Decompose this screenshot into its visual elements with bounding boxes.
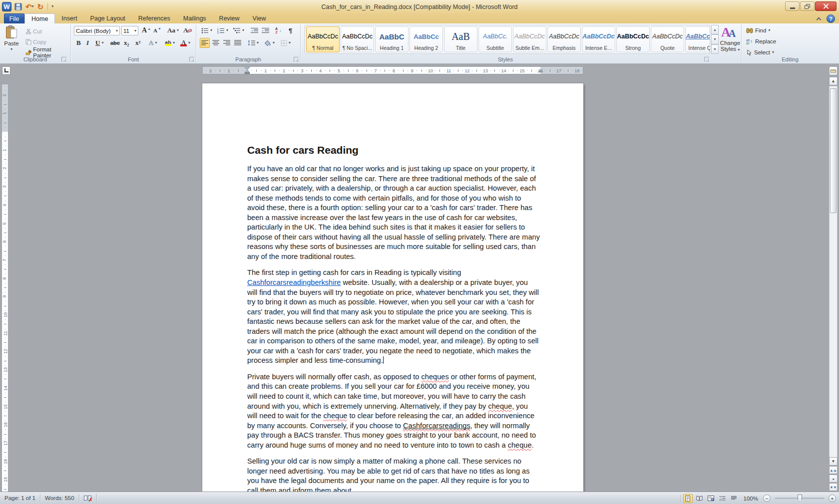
- multilevel-list-button[interactable]: ▾: [232, 25, 246, 35]
- paragraph-dialog-launcher[interactable]: [294, 57, 299, 62]
- zoom-in-button[interactable]: +: [829, 495, 836, 502]
- paragraph[interactable]: Selling your old car is now simply a mat…: [247, 457, 540, 492]
- style-intenseE[interactable]: AaBbCcDcIntense E...: [582, 26, 615, 52]
- shading-button[interactable]: ▾: [263, 38, 276, 48]
- font-dialog-launcher[interactable]: [189, 57, 194, 62]
- hyperlink[interactable]: Cashforcarsreadingberkshire: [247, 278, 341, 286]
- style-nospace[interactable]: AaBbCcDc¶ No Spaci...: [341, 26, 374, 52]
- help-button[interactable]: ?: [827, 14, 835, 23]
- zoom-slider-thumb[interactable]: [798, 495, 802, 502]
- strikethrough-button[interactable]: abc: [109, 38, 121, 48]
- paste-button[interactable]: Paste ▾: [2, 23, 21, 52]
- undo-button[interactable]: ↶ ▾: [25, 1, 34, 11]
- tab-file[interactable]: File: [4, 13, 24, 23]
- full-screen-reading-view-button[interactable]: [695, 494, 704, 503]
- copy-button[interactable]: Copy: [24, 37, 48, 47]
- zoom-out-button[interactable]: −: [763, 495, 771, 502]
- tab-references[interactable]: References: [132, 13, 177, 23]
- ruler-toggle-button[interactable]: [829, 66, 838, 75]
- justify-button[interactable]: [233, 38, 243, 48]
- style-h1[interactable]: AaBbCHeading 1: [375, 26, 409, 52]
- redo-button[interactable]: ↻: [37, 1, 44, 11]
- style-intenseQ[interactable]: AaBbCcDcIntense Q...: [685, 26, 710, 52]
- proofing-status[interactable]: ✗: [79, 492, 96, 504]
- document-heading[interactable]: Cash for cars Reading: [247, 144, 540, 156]
- scrollbar-track[interactable]: [829, 86, 838, 465]
- tab-page-layout[interactable]: Page Layout: [84, 13, 132, 23]
- align-left-button[interactable]: [200, 38, 210, 48]
- grow-font-button[interactable]: A▲: [140, 25, 152, 35]
- tab-stop-selector[interactable]: [2, 66, 10, 75]
- style-h2[interactable]: AaBbCcHeading 2: [410, 26, 443, 52]
- styles-dialog-launcher[interactable]: [704, 57, 709, 62]
- style-normal[interactable]: AaBbCcDc¶ Normal: [306, 26, 340, 52]
- tab-view[interactable]: View: [246, 13, 273, 23]
- change-styles-button[interactable]: AA Change Styles ▾: [719, 25, 741, 52]
- word-count[interactable]: Words: 550: [40, 492, 79, 504]
- borders-button[interactable]: ▾: [279, 38, 292, 48]
- show-hide-pilcrow-button[interactable]: ¶: [287, 25, 294, 35]
- sort-button[interactable]: AZ ↓: [274, 25, 283, 35]
- font-color-button[interactable]: A ▾: [179, 38, 192, 48]
- paragraph[interactable]: Private buyers will normally offer cash,…: [247, 372, 540, 450]
- qat-customize-icon[interactable]: ▾: [51, 4, 53, 8]
- minimize-button[interactable]: [785, 1, 800, 11]
- superscript-button[interactable]: x²: [134, 38, 142, 48]
- change-case-button[interactable]: Aa▾: [166, 25, 180, 35]
- replace-button[interactable]: ab ac Replace: [746, 37, 776, 46]
- numbering-button[interactable]: 123 ▾: [216, 25, 230, 35]
- styles-more-button[interactable]: ▼: [711, 44, 719, 54]
- scroll-up-button[interactable]: ▲: [829, 77, 838, 85]
- collapse-ribbon-button[interactable]: [815, 15, 823, 22]
- paragraph[interactable]: If you have an old car that no longer wo…: [247, 164, 540, 261]
- tab-review[interactable]: Review: [213, 13, 246, 23]
- select-button[interactable]: Select▾: [746, 48, 774, 57]
- paragraph[interactable]: The first step in getting cash for cars …: [247, 268, 540, 365]
- decrease-indent-button[interactable]: [249, 25, 260, 35]
- italic-button[interactable]: I: [85, 38, 90, 48]
- highlight-color-button[interactable]: ab ▾: [163, 38, 176, 48]
- tab-insert[interactable]: Insert: [55, 13, 83, 23]
- web-layout-view-button[interactable]: [706, 494, 716, 503]
- styles-scroll-up-button[interactable]: ▲: [711, 25, 719, 34]
- font-name-combo[interactable]: Calibri (Body) ▾: [74, 26, 120, 35]
- document-page[interactable]: Cash for cars Reading If you have an old…: [202, 83, 583, 492]
- next-page-button[interactable]: ▼▼: [829, 483, 838, 491]
- style-strong[interactable]: AaBbCcDcStrong: [616, 26, 650, 52]
- restore-button[interactable]: [800, 1, 815, 11]
- text-effects-button[interactable]: A▾: [147, 38, 158, 48]
- scroll-down-button[interactable]: ▼: [829, 457, 838, 466]
- format-painter-button[interactable]: Format Painter: [24, 47, 70, 57]
- clipboard-dialog-launcher[interactable]: [61, 57, 66, 62]
- page-indicator[interactable]: Page: 1 of 1: [0, 492, 40, 504]
- style-quote[interactable]: AaBbCcDcQuote: [651, 26, 684, 52]
- bullets-button[interactable]: ▾: [200, 25, 214, 35]
- word-logo-icon[interactable]: W: [2, 2, 11, 11]
- scrollbar-thumb[interactable]: [830, 88, 837, 213]
- align-right-button[interactable]: [222, 38, 232, 48]
- style-subtle[interactable]: AaBbCcDcSubtle Em...: [513, 26, 546, 52]
- zoom-level[interactable]: 100%: [741, 492, 761, 504]
- style-emphasis[interactable]: AaBbCcDcEmphasis: [547, 26, 581, 52]
- subscript-button[interactable]: x₂: [122, 38, 130, 48]
- tab-mailings[interactable]: Mailings: [177, 13, 213, 23]
- left-indent-marker[interactable]: [245, 72, 250, 74]
- save-button[interactable]: [14, 1, 22, 11]
- find-button[interactable]: Find▾: [746, 26, 770, 35]
- style-title[interactable]: AaBTitle: [444, 26, 477, 52]
- tab-home[interactable]: Home: [24, 13, 55, 23]
- shrink-font-button[interactable]: A▼: [152, 25, 163, 35]
- print-layout-view-button[interactable]: [683, 494, 693, 503]
- undo-dropdown-icon[interactable]: ▾: [32, 4, 34, 8]
- underline-button[interactable]: U▾: [94, 38, 105, 48]
- zoom-slider-track[interactable]: [775, 498, 825, 499]
- styles-scroll-down-button[interactable]: ▼: [711, 34, 719, 44]
- paste-dropdown-icon[interactable]: ▾: [10, 47, 12, 51]
- vertical-ruler[interactable]: 2112345678910111213141516171819: [1, 84, 8, 492]
- close-button[interactable]: [815, 1, 837, 11]
- align-center-button[interactable]: [211, 38, 221, 48]
- font-size-combo[interactable]: 11 ▾: [121, 26, 138, 35]
- style-subtitle[interactable]: AaBbCc.Subtitle: [478, 26, 512, 52]
- browse-object-button[interactable]: ●: [829, 475, 838, 483]
- increase-indent-button[interactable]: [260, 25, 271, 35]
